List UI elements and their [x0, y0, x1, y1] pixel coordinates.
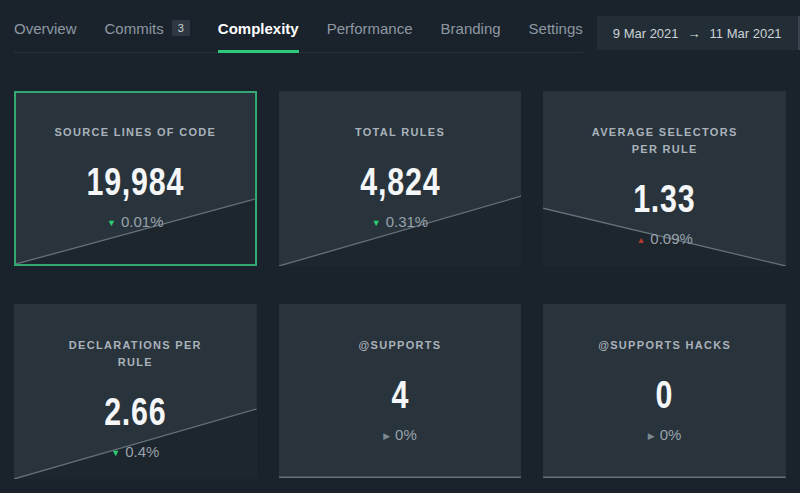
- tab-commits-label: Commits: [105, 20, 164, 37]
- card-value: 1.33: [568, 178, 762, 221]
- card-title: DECLARATIONS PER RULE: [50, 337, 220, 371]
- card-title: @SUPPORTS HACKS: [580, 337, 750, 354]
- card-delta: ▲0.09%: [543, 230, 786, 247]
- card-average-selectors-per-rule[interactable]: AVERAGE SELECTORS PER RULE 1.33 ▲0.09%: [543, 91, 786, 266]
- delta-value: 0.09%: [650, 230, 693, 247]
- tab-complexity[interactable]: Complexity: [218, 20, 299, 37]
- arrow-right-icon: →: [688, 26, 701, 41]
- trend-flat-icon: ▶: [383, 431, 390, 441]
- metrics-grid: SOURCE LINES OF CODE 19,984 ▼0.01% TOTAL…: [0, 91, 800, 479]
- card-title: TOTAL RULES: [315, 124, 485, 141]
- card-total-rules[interactable]: TOTAL RULES 4,824 ▼0.31%: [279, 91, 522, 266]
- card-delta: ▼0.01%: [16, 213, 255, 230]
- card-source-lines-of-code[interactable]: SOURCE LINES OF CODE 19,984 ▼0.01%: [14, 91, 257, 266]
- date-range-picker[interactable]: 9 Mar 2021 → 11 Mar 2021 1W: [597, 16, 800, 50]
- trend-down-icon: ▼: [372, 218, 381, 228]
- trend-down-icon: ▼: [107, 218, 116, 228]
- tab-commits[interactable]: Commits3: [105, 20, 190, 38]
- card-value: 0: [568, 374, 762, 417]
- card-declarations-per-rule[interactable]: DECLARATIONS PER RULE 2.66 ▼0.4%: [14, 304, 257, 479]
- card-supports-hacks[interactable]: @SUPPORTS HACKS 0 ▶0%: [543, 304, 786, 479]
- card-value: 19,984: [40, 161, 231, 204]
- tab-performance[interactable]: Performance: [327, 20, 413, 37]
- delta-value: 0.4%: [125, 443, 159, 460]
- card-delta: ▼0.31%: [279, 213, 522, 230]
- delta-value: 0%: [660, 426, 682, 443]
- delta-value: 0%: [395, 426, 417, 443]
- trend-down-icon: ▼: [111, 448, 120, 458]
- card-title: SOURCE LINES OF CODE: [50, 124, 220, 141]
- tab-branding[interactable]: Branding: [441, 20, 501, 37]
- card-title: @SUPPORTS: [315, 337, 485, 354]
- card-delta: ▶0%: [279, 426, 522, 443]
- date-start: 9 Mar 2021: [613, 26, 679, 41]
- header: Overview Commits3 Complexity Performance…: [0, 0, 800, 53]
- tab-overview[interactable]: Overview: [14, 20, 77, 37]
- card-delta: ▼0.4%: [14, 443, 257, 460]
- trend-flat-icon: ▶: [648, 431, 655, 441]
- card-value: 4: [303, 374, 497, 417]
- card-value: 2.66: [38, 391, 232, 434]
- trend-up-icon: ▲: [636, 235, 645, 245]
- tab-bar: Overview Commits3 Complexity Performance…: [14, 16, 583, 53]
- card-delta: ▶0%: [543, 426, 786, 443]
- card-value: 4,824: [303, 161, 497, 204]
- card-title: AVERAGE SELECTORS PER RULE: [580, 124, 750, 158]
- date-range[interactable]: 9 Mar 2021 → 11 Mar 2021: [597, 16, 798, 50]
- tab-settings[interactable]: Settings: [529, 20, 583, 37]
- date-end: 11 Mar 2021: [710, 26, 782, 41]
- card-supports[interactable]: @SUPPORTS 4 ▶0%: [279, 304, 522, 479]
- commits-count-badge: 3: [172, 20, 190, 36]
- delta-value: 0.31%: [386, 213, 429, 230]
- delta-value: 0.01%: [121, 213, 164, 230]
